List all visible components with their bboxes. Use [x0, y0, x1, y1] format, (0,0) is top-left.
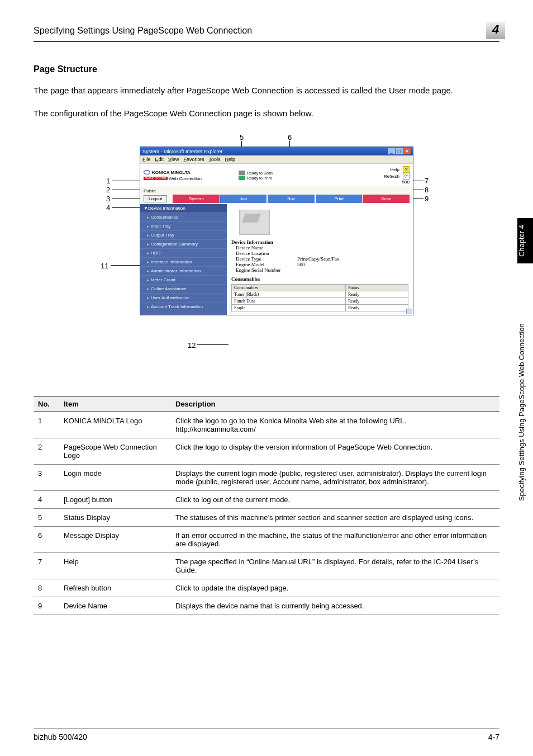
km-logo[interactable]: KONICA MINOLTA [144, 170, 202, 175]
sidemenu-hdd[interactable]: HDD [140, 248, 227, 257]
paragraph-1: The page that appears immediately after … [34, 84, 499, 97]
consumables-heading: Consumables [231, 276, 408, 282]
ie-menubar[interactable]: File Edit View Favorites Tools Help [140, 155, 413, 164]
ie-window: System - Microsoft Internet Explorer _◻✕… [140, 147, 413, 315]
tab-scan[interactable]: Scan [363, 195, 410, 203]
login-mode: Public [144, 188, 156, 193]
callout-6: 6 [288, 133, 292, 141]
side-tab: Chapter 4 Specifying Settings Using Page… [517, 218, 533, 565]
callouts-left: 1 2 3 4 [106, 177, 110, 212]
footer-left: bizhub 500/420 [34, 733, 87, 741]
col-desc: Description [171, 396, 499, 412]
running-title: Specifying Settings Using PageScope Web … [34, 26, 252, 36]
printer-icon [239, 176, 245, 180]
tab-box[interactable]: Box [267, 195, 315, 203]
sidemenu-admin-info[interactable]: Administrator Information [140, 266, 227, 275]
menu-favorites[interactable]: Favorites [183, 157, 204, 162]
pwc-badge-icon: PAGE SCOPE [144, 177, 168, 180]
table-row: 9Device NameDisplays the device name tha… [34, 597, 499, 615]
callouts-right: 7 8 9 [425, 177, 429, 204]
paragraph-2: The configuration of the PageScope Web C… [34, 107, 499, 120]
callout-11: 11 [101, 262, 108, 270]
diagram: 5 6 1 2 3 4 10 7 8 9 11 12 System - M [34, 133, 499, 374]
table-row: 6Message DisplayIf an error occurred in … [34, 527, 499, 553]
window-title: System - Microsoft Internet Explorer [142, 149, 223, 154]
table-row: 1KONICA MINOLTA LogoClick the logo to go… [34, 412, 499, 438]
table-row: 8Refresh buttonClick to update the displ… [34, 579, 499, 597]
help-icon[interactable]: ? [403, 166, 410, 173]
consumables-table: ConsumablesStatus Toner (Black)Ready Pun… [231, 284, 408, 311]
scrollbar-icon[interactable] [406, 309, 412, 314]
table-row: 3Login modeDisplays the current login mo… [34, 465, 499, 491]
footer: bizhub 500/420 4-7 [34, 729, 499, 741]
device-name: 500 [384, 179, 410, 185]
minimize-icon[interactable]: _ [388, 148, 395, 154]
sidemenu-online-assistance[interactable]: Online Assistance [140, 284, 227, 293]
col-no: No. [34, 396, 59, 412]
menu-edit[interactable]: Edit [155, 157, 164, 162]
sidemenu-account-track[interactable]: Account Track Information [140, 302, 227, 311]
tab-job[interactable]: Job [220, 195, 268, 203]
maximize-icon[interactable]: ◻ [396, 148, 403, 154]
table-row: StapleReady [232, 305, 408, 311]
sidemenu-user-auth[interactable]: User Authentication [140, 293, 227, 302]
sidemenu-interface-info[interactable]: Interface Information [140, 257, 227, 266]
callout-5: 5 [240, 133, 244, 141]
sidemenu-header: ▼Device Information [140, 204, 227, 212]
table-row: 5Status DisplayThe statuses of this mach… [34, 509, 499, 527]
col-item: Item [59, 396, 171, 412]
close-icon[interactable]: ✕ [403, 148, 411, 154]
side-menu: ▼Device Information Consumables Input Tr… [140, 204, 227, 315]
side-tab-chapter: Chapter 4 [517, 218, 533, 263]
sidemenu-output-tray[interactable]: Output Tray [140, 230, 227, 239]
help-label: Help [391, 167, 399, 172]
table-row: 7HelpThe page specified in “Online Manua… [34, 553, 499, 579]
section-heading: Page Structure [34, 64, 499, 74]
side-tab-title: Specifying Settings Using PageScope Web … [517, 263, 533, 565]
description-table: No. Item Description 1KONICA MINOLTA Log… [34, 396, 499, 615]
table-row: Toner (Black)Ready [232, 291, 408, 298]
footer-right: 4-7 [488, 733, 499, 741]
sidemenu-consumables[interactable]: Consumables [140, 212, 227, 221]
km-oval-icon [144, 170, 150, 174]
menu-view[interactable]: View [168, 157, 179, 162]
tab-system[interactable]: System [173, 195, 220, 203]
pwc-logo[interactable]: PAGE SCOPE Web Connection [144, 176, 202, 181]
refresh-label: Refresh [384, 174, 399, 179]
menu-tools[interactable]: Tools [208, 157, 220, 162]
menu-file[interactable]: File [142, 157, 151, 162]
devinfo-heading: Device Information [231, 239, 408, 245]
table-row: 4[Logout] buttonClick to log out of the … [34, 491, 499, 509]
device-image-icon [239, 210, 270, 235]
table-row: Punch DustReady [232, 298, 408, 305]
scanner-icon [239, 171, 245, 175]
sidemenu-meter-count[interactable]: Meter Count [140, 275, 227, 284]
status-display: Ready to Scan Ready to Print [239, 171, 273, 180]
menu-help[interactable]: Help [225, 157, 235, 162]
table-row: 2PageScope Web Connection LogoClick the … [34, 438, 499, 465]
logout-button[interactable]: Logout [144, 195, 167, 202]
sidemenu-config-summary[interactable]: Configuration Summary [140, 239, 227, 248]
chapter-badge: 4 [486, 22, 505, 39]
callout-12: 12 [188, 341, 196, 349]
window-controls[interactable]: _◻✕ [387, 148, 411, 154]
content-pane: Device Information Device Name Device Lo… [227, 204, 413, 315]
tab-print[interactable]: Print [315, 195, 363, 203]
refresh-icon[interactable]: ⟳ [403, 173, 410, 179]
window-titlebar: System - Microsoft Internet Explorer _◻✕ [140, 147, 413, 155]
sidemenu-input-tray[interactable]: Input Tray [140, 221, 227, 230]
